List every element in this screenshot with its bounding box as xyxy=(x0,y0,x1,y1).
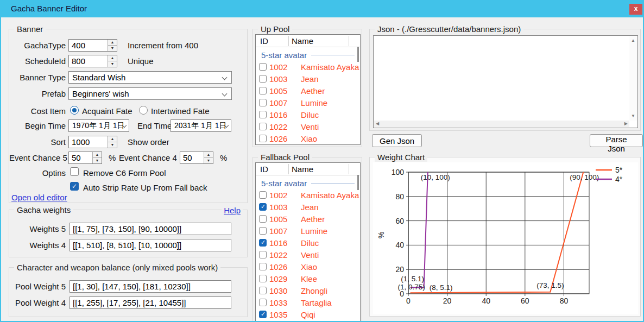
row-checkbox[interactable] xyxy=(259,111,267,118)
end-time-picker[interactable]: 2031年 1月 1日 xyxy=(171,119,231,132)
acquaint-fate-radio[interactable] xyxy=(70,106,79,115)
remove-c6-checkbox[interactable] xyxy=(70,167,79,176)
banner-type-select[interactable]: Standard Wish xyxy=(68,71,232,84)
list-item[interactable]: 1007 Lumine xyxy=(256,225,360,237)
event-chance-5-spinner[interactable]: ▲▼ xyxy=(92,152,102,163)
row-checkbox[interactable] xyxy=(259,239,267,247)
gachatype-label: GachaType xyxy=(9,41,66,50)
row-checkbox[interactable] xyxy=(259,123,267,130)
open-old-editor-link[interactable]: Open old editor xyxy=(11,193,67,202)
row-checkbox[interactable] xyxy=(259,87,267,94)
row-checkbox[interactable] xyxy=(259,287,267,294)
up-pool-list[interactable]: ID Name 5-star avatar 1002 Kamisato Ayak… xyxy=(255,34,361,145)
row-id: 1005 xyxy=(269,86,290,96)
sort-label: Sort xyxy=(9,137,66,147)
scroll-up-icon[interactable]: ▲ xyxy=(631,39,635,43)
scroll-left-icon[interactable]: ◀ xyxy=(376,122,379,126)
weight-chart-group: Weight Chart 020406080020406080100%(10, … xyxy=(369,157,641,317)
list-item[interactable]: 1007 Lumine xyxy=(256,97,360,109)
svg-text:(90, 100): (90, 100) xyxy=(570,173,599,181)
event-chance-4-spinner[interactable]: ▲▼ xyxy=(204,152,213,163)
row-id: 1007 xyxy=(269,98,290,108)
gen-json-button[interactable]: Gen Json xyxy=(372,134,422,147)
svg-text:4*: 4* xyxy=(615,175,623,184)
scroll-down-icon[interactable]: ▼ xyxy=(631,114,635,118)
scheduleid-spinner[interactable]: ▲▼ xyxy=(108,55,117,67)
weights-5-label: Weights 5 xyxy=(9,224,66,233)
parse-json-button[interactable]: Parse Json xyxy=(590,134,643,147)
row-name: Klee xyxy=(301,274,317,283)
row-checkbox[interactable] xyxy=(259,191,267,199)
begin-time-picker[interactable]: 1970年 1月 1日 xyxy=(68,119,129,132)
row-id: 1005 xyxy=(269,214,290,224)
intertwined-fate-radio[interactable] xyxy=(139,106,148,115)
row-checkbox[interactable] xyxy=(259,263,267,270)
svg-text:0: 0 xyxy=(406,296,411,305)
list-item[interactable]: 1002 Kamisato Ayaka xyxy=(256,189,360,201)
list-item[interactable]: 1033 Tartaglia xyxy=(256,296,360,308)
horizontal-scrollbar[interactable]: ◀ ▶ xyxy=(374,121,629,127)
row-checkbox[interactable] xyxy=(259,203,267,211)
row-checkbox[interactable] xyxy=(259,275,267,282)
row-checkbox[interactable] xyxy=(259,299,267,306)
list-item[interactable]: 1022 Venti xyxy=(256,121,360,132)
row-checkbox[interactable] xyxy=(259,227,267,235)
chevron-down-icon xyxy=(222,91,228,97)
weights-4-input[interactable] xyxy=(70,239,231,251)
list-item[interactable]: 1029 Klee xyxy=(256,273,360,285)
list-item[interactable]: 1005 Aether xyxy=(256,213,360,225)
list-item[interactable]: 1030 Zhongli xyxy=(256,285,360,296)
weights-4-label: Weights 4 xyxy=(9,241,66,250)
json-textarea[interactable]: ▲ ▼ ◀ ▶ xyxy=(373,35,638,128)
row-checkbox[interactable] xyxy=(259,135,267,142)
gacha-weights-group: Gacha weights Help Weights 5 Weights 4 xyxy=(9,210,248,257)
section-divider xyxy=(311,183,355,184)
list-item[interactable]: 1026 Xiao xyxy=(256,261,360,273)
auto-strip-checkbox[interactable] xyxy=(70,182,79,191)
list-item[interactable]: 1022 Venti xyxy=(256,249,360,261)
row-checkbox[interactable] xyxy=(259,311,267,318)
scrollbar-thumb[interactable] xyxy=(357,47,359,62)
chevron-down-icon xyxy=(222,75,228,80)
row-name: Xiao xyxy=(301,262,317,272)
sort-spinner[interactable]: ▲▼ xyxy=(108,136,117,148)
name-column-header[interactable]: Name xyxy=(292,165,313,174)
name-column-header[interactable]: Name xyxy=(292,36,313,46)
list-item[interactable]: 1005 Aether xyxy=(256,85,360,97)
close-icon[interactable]: x xyxy=(629,4,642,15)
id-column-header[interactable]: ID xyxy=(260,165,268,174)
column-divider xyxy=(349,36,349,46)
row-checkbox[interactable] xyxy=(259,215,267,223)
spin-down-icon: ▼ xyxy=(108,142,117,148)
list-item[interactable]: 1016 Diluc xyxy=(256,109,360,121)
list-item[interactable]: 1003 Jean xyxy=(256,73,360,85)
prefab-select[interactable]: Beginners' wish xyxy=(68,87,232,100)
pool-weight-4-input[interactable] xyxy=(70,296,231,309)
gachatype-spinner[interactable]: ▲▼ xyxy=(108,40,117,51)
row-checkbox[interactable] xyxy=(259,99,267,106)
fallback-pool-list[interactable]: ID Name 5-star avatar 1002 Kamisato Ayak… xyxy=(255,162,361,322)
list-item[interactable]: 1002 Kamisato Ayaka xyxy=(256,61,360,73)
list-item[interactable]: 1016 Diluc xyxy=(256,237,360,249)
vertical-scrollbar[interactable]: ▲ ▼ xyxy=(629,36,637,121)
json-group: Json - (./Gresscutter/data/banners.json)… xyxy=(369,29,641,131)
scrollbar-thumb[interactable] xyxy=(357,175,359,190)
row-name: Zhongli xyxy=(301,286,327,295)
row-checkbox[interactable] xyxy=(259,251,267,258)
help-link[interactable]: Help xyxy=(222,206,243,215)
list-item[interactable]: 1035 Qiqi xyxy=(256,308,360,320)
scroll-right-icon[interactable]: ▶ xyxy=(624,122,628,126)
row-checkbox[interactable] xyxy=(259,63,267,71)
svg-text:(8, 5.1): (8, 5.1) xyxy=(430,283,453,292)
list-item[interactable]: 1026 Xiao xyxy=(256,132,360,144)
row-name: Kamisato Ayaka xyxy=(301,62,359,72)
row-name: Aether xyxy=(301,86,325,96)
row-checkbox[interactable] xyxy=(259,75,267,83)
id-column-header[interactable]: ID xyxy=(260,36,268,46)
list-item[interactable]: 1003 Jean xyxy=(256,201,360,213)
acquaint-fate-label: Acquaint Fate xyxy=(82,106,132,116)
fallback-pool-section: 5-star avatar xyxy=(256,177,358,189)
weights-5-input[interactable] xyxy=(70,223,231,235)
gachatype-hint: Increment from 400 xyxy=(128,41,198,50)
pool-weight-5-input[interactable] xyxy=(70,280,231,293)
